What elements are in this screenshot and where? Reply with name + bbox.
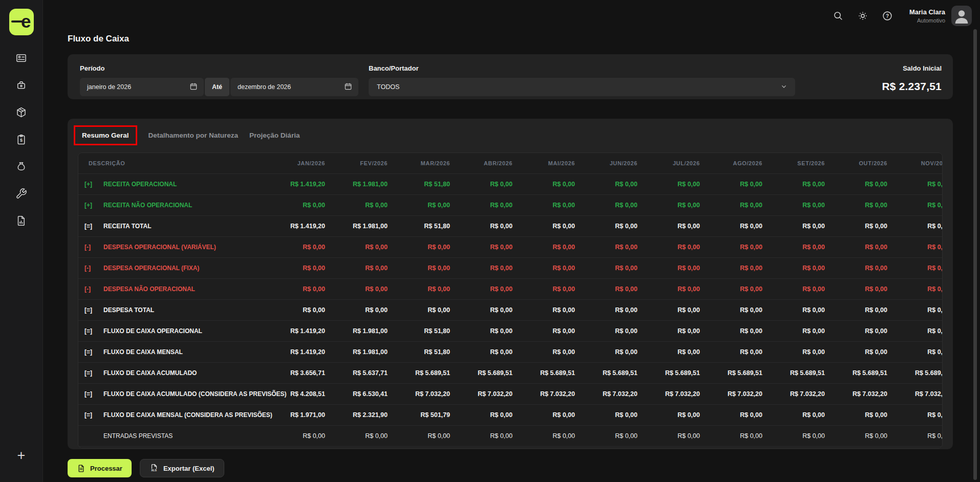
column-header-month: JUN/2026 (582, 153, 645, 173)
cell-value: R$ 0,00 (457, 278, 520, 299)
cell-value: R$ 0,00 (520, 404, 582, 425)
cell-value: R$ 7.032,20 (707, 383, 770, 404)
cell-value: R$ 0,00 (582, 278, 645, 299)
cell-value: R$ 0,00 (707, 341, 770, 362)
table-row: [=]FLUXO DE CAIXA MENSAL (CONSIDERA AS P… (78, 404, 943, 425)
cell-value: R$ 0,00 (395, 194, 457, 215)
user-name: Maria Clara (909, 8, 945, 16)
table-row: [=]FLUXO DE CAIXA ACUMULADO (CONSIDERA A… (78, 383, 943, 404)
cell-value: R$ 5.689,51 (770, 362, 832, 383)
cell-value: R$ 0,00 (645, 173, 707, 194)
cell-value: R$ 0,00 (395, 278, 457, 299)
row-sign: [-] (84, 265, 103, 272)
cell-value: R$ 0,00 (894, 425, 943, 446)
cell-value: R$ 0,00 (645, 425, 707, 446)
sidebar-item-clipboard-dollar[interactable]: $ (11, 132, 32, 148)
cell-value: R$ 0,00 (645, 236, 707, 257)
cell-value: R$ 0,00 (520, 320, 582, 341)
cell-value: R$ 0,00 (707, 215, 770, 236)
table-row: [-]DESPESA OPERACIONAL (VARIÁVEL)R$ 0,00… (78, 236, 943, 257)
tab-projecao-diaria[interactable]: Projeção Diária (249, 132, 300, 139)
avatar[interactable] (951, 6, 972, 26)
cell-value: R$ 1.981,00 (332, 173, 395, 194)
row-sign: [-] (84, 244, 103, 251)
logo-letter: e (21, 11, 31, 32)
cell-value: R$ 5.689,51 (832, 362, 894, 383)
cell-value: R$ 0,00 (832, 320, 894, 341)
process-button[interactable]: Processar (68, 459, 132, 477)
sidebar-nav: $ (11, 51, 32, 230)
initial-balance-value: R$ 2.237,51 (882, 80, 942, 93)
cell-value: R$ 5.689,51 (894, 362, 943, 383)
column-header-description: DESCRIÇÃO (78, 153, 270, 173)
sidebar-add-button[interactable]: + (11, 447, 32, 464)
sidebar-item-money-bag[interactable] (11, 159, 32, 176)
row-label: RECEITA NÃO OPERACIONAL (103, 202, 192, 209)
cell-value: R$ 0,00 (707, 278, 770, 299)
cell-value: R$ 0,00 (770, 341, 832, 362)
cell-value: R$ 0,00 (707, 299, 770, 320)
cell-value: R$ 0,00 (707, 173, 770, 194)
cell-value: R$ 0,00 (832, 257, 894, 278)
cell-value: R$ 0,00 (395, 257, 457, 278)
sidebar-item-report-file[interactable] (11, 213, 32, 230)
row-sign: [=] (84, 327, 103, 335)
cell-value: R$ 7.032,20 (894, 383, 943, 404)
column-header-month: ABR/2026 (457, 153, 520, 173)
cell-value: R$ 5.689,51 (707, 362, 770, 383)
cell-value: R$ 0,00 (894, 257, 943, 278)
table-row: [=]FLUXO DE CAIXA MENSALR$ 1.419,20R$ 1.… (78, 341, 943, 362)
table-row: [-]DESPESA NÃO OPERACIONALR$ 0,00R$ 0,00… (78, 278, 943, 299)
row-description: [+]RECEITA OPERACIONAL (78, 173, 270, 194)
period-label: Período (80, 64, 104, 72)
sidebar-item-package[interactable] (11, 105, 32, 121)
column-header-month: AGO/2026 (707, 153, 770, 173)
plus-icon: + (17, 448, 26, 464)
cell-value: R$ 0,00 (520, 299, 582, 320)
cell-value: R$ 5.637,71 (332, 362, 395, 383)
cell-value: R$ 0,00 (894, 341, 943, 362)
help-icon[interactable]: ? (881, 9, 894, 23)
row-sign: [=] (84, 306, 103, 314)
cell-value: R$ 0,00 (520, 236, 582, 257)
cell-value: R$ 0,00 (457, 425, 520, 446)
cell-value: R$ 0,00 (645, 341, 707, 362)
cell-value: R$ 0,00 (520, 215, 582, 236)
export-button-label: Exportar (Excel) (163, 465, 215, 472)
cell-value: R$ 0,00 (520, 278, 582, 299)
search-icon[interactable] (832, 9, 845, 23)
cell-value: R$ 1.419,20 (270, 341, 332, 362)
tab-resumo-geral[interactable]: Resumo Geral (74, 125, 137, 145)
row-label: RECEITA TOTAL (103, 223, 152, 230)
app-logo[interactable]: e (9, 9, 34, 35)
cell-value: R$ 0,00 (832, 236, 894, 257)
bank-select[interactable]: TODOS (369, 78, 795, 96)
cell-value: R$ 0,00 (645, 257, 707, 278)
sidebar-item-wrench[interactable] (11, 186, 32, 203)
row-label: FLUXO DE CAIXA MENSAL (103, 348, 183, 356)
user-menu[interactable]: Maria Clara Automotivo (909, 6, 972, 26)
cell-value: R$ 0,00 (270, 194, 332, 215)
date-from-input[interactable]: janeiro de 2026 (80, 78, 204, 96)
cell-value: R$ 1.981,00 (332, 320, 395, 341)
date-to-input[interactable]: dezembro de 2026 (230, 78, 358, 96)
cell-value: R$ 0,00 (270, 236, 332, 257)
tab-detalhamento-por-natureza[interactable]: Detalhamento por Natureza (148, 132, 239, 139)
cell-value: R$ 0,00 (707, 236, 770, 257)
cell-value: R$ 0,00 (707, 425, 770, 446)
sidebar-item-basket[interactable] (11, 78, 32, 94)
cell-value: R$ 0,00 (894, 299, 943, 320)
theme-icon[interactable] (856, 9, 869, 23)
calendar-icon (189, 82, 198, 92)
cell-value: R$ 0,00 (770, 299, 832, 320)
export-excel-button[interactable]: XLS Exportar (Excel) (140, 459, 224, 477)
date-range-separator: Até (205, 78, 229, 96)
cell-value: R$ 0,00 (520, 173, 582, 194)
cashflow-table-container: DESCRIÇÃO JAN/2026FEV/2026MAR/2026ABR/20… (78, 152, 943, 448)
cell-value: R$ 0,00 (457, 404, 520, 425)
sidebar-item-id-card[interactable] (11, 51, 32, 67)
user-info: Maria Clara Automotivo (909, 8, 945, 24)
cell-value: R$ 0,00 (582, 173, 645, 194)
vertical-scrollbar[interactable] (973, 29, 977, 480)
cell-value: R$ 0,00 (457, 215, 520, 236)
